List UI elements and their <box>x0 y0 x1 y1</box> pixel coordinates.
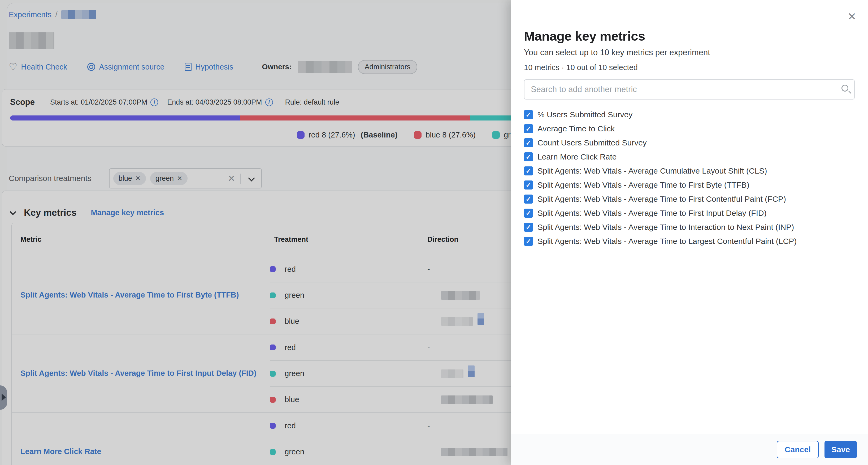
checkbox-checked-icon[interactable] <box>524 223 533 232</box>
checkbox-checked-icon[interactable] <box>524 209 533 217</box>
metric-label: Split Agents: Web Vitals - Average Time … <box>537 223 794 232</box>
metric-label: Split Agents: Web Vitals - Average Cumul… <box>537 167 767 175</box>
checkbox-checked-icon[interactable] <box>524 195 533 204</box>
metric-search <box>524 79 855 99</box>
drawer-footer: Cancel Save <box>511 434 868 465</box>
metric-label: Count Users Submitted Survey <box>537 138 647 147</box>
checkbox-checked-icon[interactable] <box>524 180 533 190</box>
checkbox-checked-icon[interactable] <box>524 167 533 175</box>
save-button[interactable]: Save <box>825 441 857 458</box>
checkbox-checked-icon[interactable] <box>524 138 533 147</box>
cancel-button[interactable]: Cancel <box>777 441 819 458</box>
metric-label: Average Time to Click <box>537 124 615 133</box>
checkbox-checked-icon[interactable] <box>524 124 533 133</box>
metric-label: Split Agents: Web Vitals - Average Time … <box>537 180 749 190</box>
metric-label: Learn More Click Rate <box>537 152 617 162</box>
checkbox-checked-icon[interactable] <box>524 152 533 162</box>
close-icon[interactable]: ✕ <box>847 11 856 22</box>
search-icon <box>841 85 848 92</box>
metric-label: Split Agents: Web Vitals - Average Time … <box>537 237 797 246</box>
metric-checkbox-row[interactable]: Count Users Submitted Survey <box>524 136 855 150</box>
metric-checkbox-row[interactable]: Split Agents: Web Vitals - Average Time … <box>524 234 855 248</box>
metrics-count-summary: 10 metrics · 10 out of 10 selected <box>524 63 855 72</box>
metric-checkbox-row[interactable]: Split Agents: Web Vitals - Average Time … <box>524 206 855 220</box>
metric-checkbox-list: % Users Submitted Survey Average Time to… <box>524 108 855 248</box>
metric-checkbox-row[interactable]: Split Agents: Web Vitals - Average Time … <box>524 192 855 206</box>
metric-label: Split Agents: Web Vitals - Average Time … <box>537 209 767 217</box>
metric-checkbox-row[interactable]: Split Agents: Web Vitals - Average Time … <box>524 220 855 234</box>
metric-checkbox-row[interactable]: % Users Submitted Survey <box>524 108 855 121</box>
checkbox-checked-icon[interactable] <box>524 237 533 246</box>
drawer-title: Manage key metrics <box>524 29 855 43</box>
metric-checkbox-row[interactable]: Learn More Click Rate <box>524 150 855 164</box>
metric-label: Split Agents: Web Vitals - Average Time … <box>537 195 786 204</box>
metric-label: % Users Submitted Survey <box>537 110 632 119</box>
metric-checkbox-row[interactable]: Split Agents: Web Vitals - Average Cumul… <box>524 164 855 178</box>
drawer-subtitle: You can select up to 10 key metrics per … <box>524 48 855 57</box>
metric-checkbox-row[interactable]: Average Time to Click <box>524 121 855 136</box>
checkbox-checked-icon[interactable] <box>524 110 533 119</box>
metric-checkbox-row[interactable]: Split Agents: Web Vitals - Average Time … <box>524 178 855 192</box>
search-input[interactable] <box>524 79 855 99</box>
manage-key-metrics-drawer: ✕ Manage key metrics You can select up t… <box>511 0 868 465</box>
